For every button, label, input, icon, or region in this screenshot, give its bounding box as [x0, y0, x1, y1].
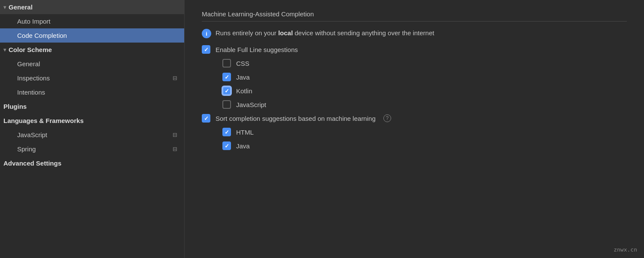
- chevron-general-icon: ▾: [3, 4, 6, 10]
- sidebar-item-languages-frameworks[interactable]: Languages & Frameworks: [0, 114, 184, 128]
- sidebar-label-plugins: Plugins: [3, 103, 27, 110]
- sidebar-item-advanced-settings[interactable]: Advanced Settings: [0, 156, 184, 170]
- sort-checkbox[interactable]: [202, 114, 210, 123]
- java2-row: Java: [202, 141, 627, 150]
- java1-row: Java: [202, 73, 627, 81]
- kotlin-label: Kotlin: [236, 87, 252, 95]
- html-row: HTML: [202, 128, 627, 136]
- kotlin-row: Kotlin: [202, 86, 627, 95]
- sidebar: ▾ General Auto Import Code Completion ▾ …: [0, 0, 185, 258]
- chevron-color-scheme-icon: ▾: [3, 47, 6, 53]
- html-label: HTML: [236, 129, 254, 136]
- html-checkbox[interactable]: [222, 128, 231, 136]
- js-label: JavaScript: [236, 101, 266, 108]
- inspections-icon: ⊟: [173, 75, 177, 81]
- sidebar-item-general[interactable]: ▾ General: [0, 0, 184, 14]
- sidebar-item-code-completion[interactable]: Code Completion: [0, 28, 184, 43]
- kotlin-checkbox[interactable]: [222, 86, 231, 95]
- info-text-bold: local: [278, 29, 293, 37]
- javascript-icon: ⊟: [173, 132, 177, 138]
- sidebar-label-code-completion: Code Completion: [17, 32, 67, 39]
- watermark: znwx.cn: [614, 246, 637, 253]
- java2-label: Java: [236, 142, 250, 150]
- sidebar-item-inspections[interactable]: Inspections ⊟: [0, 71, 184, 85]
- enable-full-line-label: Enable Full Line suggestions: [216, 46, 298, 53]
- sidebar-label-auto-import: Auto Import: [17, 18, 51, 25]
- sidebar-label-general: General: [9, 3, 33, 11]
- main-content: Machine Learning-Assisted Completion i R…: [185, 0, 644, 258]
- sort-row: Sort completion suggestions based on mac…: [202, 114, 627, 123]
- java1-checkbox[interactable]: [222, 73, 231, 81]
- enable-full-line-row: Enable Full Line suggestions: [202, 45, 627, 54]
- sidebar-item-color-scheme[interactable]: ▾ Color Scheme: [0, 43, 184, 57]
- sort-label: Sort completion suggestions based on mac…: [216, 115, 376, 122]
- sidebar-item-color-general[interactable]: General: [0, 57, 184, 71]
- java2-checkbox[interactable]: [222, 141, 231, 150]
- sort-help-icon[interactable]: ?: [383, 114, 391, 122]
- sidebar-item-javascript[interactable]: JavaScript ⊟: [0, 128, 184, 142]
- sidebar-item-auto-import[interactable]: Auto Import: [0, 14, 184, 28]
- spring-icon: ⊟: [173, 146, 177, 152]
- info-row: i Runs entirely on your local device wit…: [202, 28, 627, 38]
- sidebar-label-inspections: Inspections: [17, 74, 50, 82]
- js-checkbox[interactable]: [222, 100, 231, 109]
- sidebar-label-javascript: JavaScript: [17, 131, 47, 138]
- sidebar-label-intentions: Intentions: [17, 89, 45, 96]
- sidebar-label-spring: Spring: [17, 145, 36, 153]
- java1-label: Java: [236, 74, 250, 81]
- sidebar-item-intentions[interactable]: Intentions: [0, 85, 184, 99]
- sidebar-label-color-scheme: Color Scheme: [9, 46, 52, 53]
- css-label: CSS: [236, 60, 249, 67]
- info-text: Runs entirely on your local device witho…: [216, 28, 434, 37]
- info-text-post: device without sending anything over the…: [293, 29, 434, 37]
- sidebar-label-languages-frameworks: Languages & Frameworks: [3, 117, 84, 124]
- section-title: Machine Learning-Assisted Completion: [202, 10, 627, 22]
- sidebar-label-advanced-settings: Advanced Settings: [3, 160, 61, 167]
- js-row: JavaScript: [202, 100, 627, 109]
- info-text-pre: Runs entirely on your: [216, 29, 278, 37]
- css-row: CSS: [202, 59, 627, 68]
- sidebar-label-color-general: General: [17, 60, 40, 68]
- sidebar-item-spring[interactable]: Spring ⊟: [0, 142, 184, 156]
- info-icon: i: [202, 29, 211, 38]
- css-checkbox[interactable]: [222, 59, 231, 68]
- enable-full-line-checkbox[interactable]: [202, 45, 210, 54]
- sidebar-item-plugins[interactable]: Plugins: [0, 99, 184, 114]
